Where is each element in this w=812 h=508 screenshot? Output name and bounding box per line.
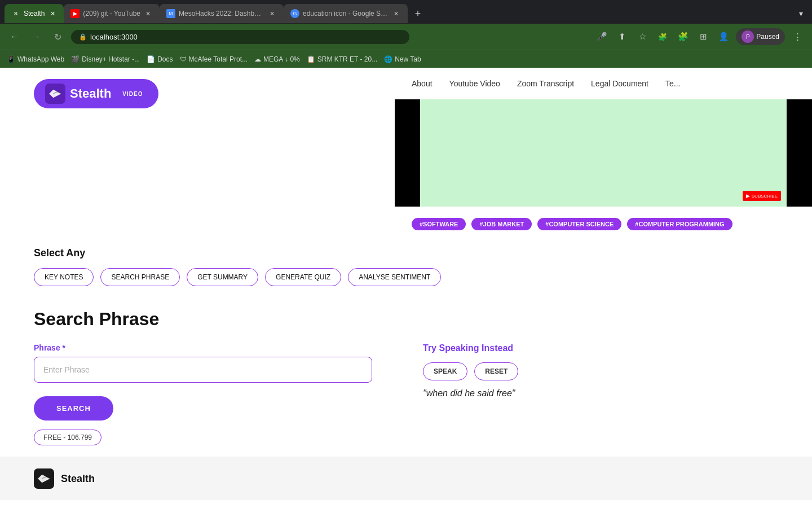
tab-mesohacks[interactable]: M MesoHacks 2022: Dashboard | ✕ xyxy=(160,4,284,23)
video-left-bar xyxy=(395,99,420,207)
bookmark-docs-label: Docs xyxy=(157,55,173,63)
tab-favicon-youtube: ▶ xyxy=(70,9,80,18)
puzzle-icon[interactable]: 🧩 xyxy=(675,29,691,45)
bookmark-mega[interactable]: ☁ MEGA ↓ 0% xyxy=(254,55,300,63)
video-right-bar xyxy=(787,99,812,207)
tab-bar-right: ▾ xyxy=(799,9,807,18)
logo-area: Stealth VIDEO xyxy=(34,79,361,108)
phrase-input[interactable] xyxy=(34,357,372,383)
speak-result: "when did he said free" xyxy=(423,388,778,398)
profile-icon[interactable]: 👤 xyxy=(716,29,731,45)
bookmark-srm[interactable]: 📋 SRM KTR ET - 20... xyxy=(307,55,377,63)
tab-title-youtube: (209) git - YouTube xyxy=(83,10,140,17)
bookmark-whatsapp-label: WhatsApp Web xyxy=(17,55,64,63)
bookmark-whatsapp[interactable]: 📱 WhatsApp Web xyxy=(7,55,64,63)
page-content: Stealth VIDEO About Youtube Video Zoom T… xyxy=(0,68,812,500)
forward-button[interactable]: → xyxy=(28,29,44,45)
logo-text: Stealth xyxy=(70,86,111,101)
bookmark-star-icon[interactable]: ☆ xyxy=(634,29,650,45)
main-content: Select Any KEY NOTES SEARCH PHRASE GET S… xyxy=(0,236,812,457)
option-analyse-sentiment[interactable]: ANALYSE SENTIMENT xyxy=(348,268,441,286)
footer-logo-text: Stealth xyxy=(61,473,95,485)
top-section: Stealth VIDEO About Youtube Video Zoom T… xyxy=(0,68,812,236)
option-search-phrase[interactable]: SEARCH PHRASE xyxy=(100,268,180,286)
nav-bar: About Youtube Video Zoom Transcript Lega… xyxy=(395,68,812,99)
option-get-summary[interactable]: GET SUMMARY xyxy=(187,268,258,286)
play-icon: ▶ xyxy=(746,193,750,199)
video-label: VIDEO xyxy=(118,90,147,98)
tab-favicon-google: G xyxy=(290,9,299,18)
nav-legal[interactable]: Legal Document xyxy=(591,79,648,88)
logo-button[interactable]: Stealth VIDEO xyxy=(34,79,158,108)
microphone-icon[interactable]: 🎤 xyxy=(594,29,610,45)
video-container[interactable]: ▶ SUBSCRIBE xyxy=(395,99,812,207)
bookmark-mega-label: MEGA ↓ 0% xyxy=(263,55,300,63)
srm-icon: 📋 xyxy=(307,55,315,63)
tags-section: #SOFTWARE #JOB MARKET #COMPUTER SCIENCE … xyxy=(395,207,812,236)
cast-icon[interactable]: ⬆ xyxy=(614,29,630,45)
reset-button[interactable]: RESET xyxy=(474,362,518,380)
back-button[interactable]: ← xyxy=(7,29,23,45)
extensions-icon[interactable]: 🧩 xyxy=(655,29,670,45)
tab-close-stealth[interactable]: ✕ xyxy=(48,9,57,18)
option-key-notes[interactable]: KEY NOTES xyxy=(34,268,94,286)
result-pill[interactable]: FREE - 106.799 xyxy=(34,430,102,445)
tab-close-mesohacks[interactable]: ✕ xyxy=(268,9,277,18)
grid-icon[interactable]: ⊞ xyxy=(695,29,711,45)
nav-te[interactable]: Te... xyxy=(665,79,680,88)
bookmark-srm-label: SRM KTR ET - 20... xyxy=(317,55,377,63)
url-display: localhost:3000 xyxy=(90,33,138,41)
disney-icon: 🎬 xyxy=(71,55,80,63)
paused-avatar: P xyxy=(742,30,754,43)
tab-close-google[interactable]: ✕ xyxy=(392,9,401,18)
paused-button[interactable]: P Paused xyxy=(736,28,785,45)
bookmark-disney-label: Disney+ Hotstar -... xyxy=(82,55,140,63)
footer-area: Stealth xyxy=(0,457,812,500)
mega-icon: ☁ xyxy=(254,55,261,63)
left-column: Phrase * SEARCH FREE - 106.799 xyxy=(34,343,389,445)
bookmark-docs[interactable]: 📄 Docs xyxy=(147,55,173,63)
refresh-button[interactable]: ↻ xyxy=(50,29,65,45)
whatsapp-icon: 📱 xyxy=(7,55,15,63)
address-input-container[interactable]: 🔒 localhost:3000 xyxy=(71,30,409,44)
address-bar: ← → ↻ 🔒 localhost:3000 🎤 ⬆ ☆ 🧩 🧩 ⊞ 👤 P P… xyxy=(0,24,812,50)
phrase-field-label: Phrase * xyxy=(34,343,389,352)
nav-youtube[interactable]: Youtube Video xyxy=(449,79,500,88)
bookmark-newtab[interactable]: 🌐 New Tab xyxy=(384,55,421,63)
tab-close-youtube[interactable]: ✕ xyxy=(144,9,153,18)
section-title: Search Phrase xyxy=(34,309,778,330)
two-col-layout: Phrase * SEARCH FREE - 106.799 Try Speak… xyxy=(34,343,778,445)
tab-youtube[interactable]: ▶ (209) git - YouTube ✕ xyxy=(64,4,160,23)
right-column: Try Speaking Instead SPEAK RESET "when d… xyxy=(423,343,778,398)
youtube-subscribe-button[interactable]: ▶ SUBSCRIBE xyxy=(743,191,781,201)
menu-icon[interactable]: ⋮ xyxy=(789,29,805,45)
bookmark-mcafee[interactable]: 🛡 McAfee Total Prot... xyxy=(180,55,248,63)
speak-button[interactable]: SPEAK xyxy=(423,362,467,380)
tag-computer-programming[interactable]: #COMPUTER PROGRAMMING xyxy=(627,218,732,230)
speak-row: SPEAK RESET xyxy=(423,362,778,380)
video-thumbnail[interactable]: ▶ SUBSCRIBE xyxy=(420,99,787,207)
search-button[interactable]: SEARCH xyxy=(34,396,113,421)
tab-favicon-stealth: S xyxy=(11,9,20,18)
nav-about[interactable]: About xyxy=(412,79,433,88)
tag-job-market[interactable]: #JOB MARKET xyxy=(471,218,532,230)
logo-svg-icon xyxy=(45,84,65,104)
nav-zoom[interactable]: Zoom Transcript xyxy=(517,79,574,88)
tag-software[interactable]: #SOFTWARE xyxy=(412,218,466,230)
footer-logo-icon xyxy=(34,468,54,489)
tab-title-mesohacks: MesoHacks 2022: Dashboard | xyxy=(179,10,264,17)
tab-title-google: education icon - Google Searc... xyxy=(303,10,389,17)
left-side: Stealth VIDEO xyxy=(0,68,395,236)
options-row: KEY NOTES SEARCH PHRASE GET SUMMARY GENE… xyxy=(34,268,778,286)
bookmarks-bar: 📱 WhatsApp Web 🎬 Disney+ Hotstar -... 📄 … xyxy=(0,50,812,68)
lock-icon: 🔒 xyxy=(79,33,87,41)
new-tab-button[interactable]: + xyxy=(410,6,426,21)
tab-title-stealth: Stealth xyxy=(24,10,45,17)
tab-stealth[interactable]: S Stealth ✕ xyxy=(5,4,64,23)
bookmark-newtab-label: New Tab xyxy=(395,55,421,63)
tag-computer-science[interactable]: #COMPUTER SCIENCE xyxy=(537,218,621,230)
right-side: About Youtube Video Zoom Transcript Lega… xyxy=(395,68,812,236)
tab-google[interactable]: G education icon - Google Searc... ✕ xyxy=(284,4,408,23)
option-generate-quiz[interactable]: GENERATE QUIZ xyxy=(265,268,341,286)
bookmark-disney[interactable]: 🎬 Disney+ Hotstar -... xyxy=(71,55,140,63)
